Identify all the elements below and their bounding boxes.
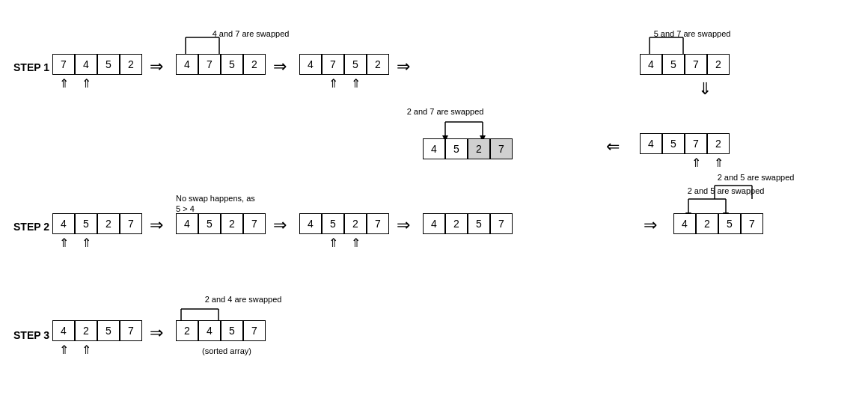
cell: 7	[741, 213, 763, 234]
array-row1-a: 7 4 5 2	[52, 54, 142, 75]
cell: 7	[367, 213, 389, 234]
cell: 2	[445, 213, 468, 234]
cell: 2	[707, 133, 730, 154]
array-row1-c: 4 7 5 2	[299, 54, 389, 75]
cell: 2	[120, 54, 142, 75]
arrow-right-3: ⇒	[397, 58, 410, 75]
up-arrow: ⇑	[685, 156, 707, 170]
cell: 7	[685, 54, 707, 75]
annotation-no-swap: No swap happens, as5 > 4	[176, 193, 273, 215]
cell: 4	[673, 213, 696, 234]
up-arrow: ⇑	[344, 236, 367, 250]
cell: 5	[97, 54, 120, 75]
cell: 4	[423, 138, 445, 159]
cell: 7	[52, 54, 75, 75]
cell: 5	[445, 138, 468, 159]
cell: 2	[75, 320, 97, 341]
down-arrow-1: ⇓	[698, 79, 712, 99]
array-step2-last: 4 2 5 7	[673, 213, 763, 234]
cell: 7	[490, 213, 513, 234]
array-row1-d: 4 5 7 2	[640, 54, 730, 75]
up-arrows-row1-a: ⇑ ⇑ ⇑ ⇑	[52, 76, 142, 91]
cell: 5	[221, 320, 243, 341]
cell: 2	[367, 54, 389, 75]
cell: 4	[176, 213, 198, 234]
cell: 2	[344, 213, 367, 234]
up-arrow: ⇑	[75, 343, 97, 357]
cell: 5	[662, 133, 685, 154]
arrow-right-6: ⇒	[397, 217, 410, 233]
cell: 7	[243, 213, 266, 234]
cell: 2	[696, 213, 718, 234]
up-arrow: ⇑	[52, 343, 75, 357]
up-arrow: ⇑	[322, 236, 344, 250]
cell: 7	[322, 54, 344, 75]
up-arrow: ⇑	[52, 76, 75, 91]
up-arrows-row3-c: ⇑ ⇑ ⇑ ⇑	[299, 236, 389, 250]
bracket-2-7	[441, 116, 490, 137]
cell: 7	[685, 133, 707, 154]
arrow-right-8: ⇒	[150, 325, 163, 341]
up-arrows-row2-a: ⇑ ⇑ ⇑ ⇑	[640, 156, 730, 170]
cell: 4	[423, 213, 445, 234]
cell: 7	[120, 213, 142, 234]
array-row4-a: 4 2 5 7	[52, 320, 142, 341]
step2-label: STEP 2	[13, 221, 49, 233]
up-arrow: ⇑	[75, 236, 97, 250]
arrow-right-4: ⇒	[150, 217, 163, 233]
cell: 4	[198, 320, 221, 341]
step1-label: STEP 1	[13, 61, 49, 73]
arrow-right-2: ⇒	[273, 58, 287, 75]
array-row1-b: 4 7 5 2	[176, 54, 266, 75]
cell: 4	[299, 213, 322, 234]
up-arrow: ⇑	[322, 76, 344, 91]
cell: 5	[662, 54, 685, 75]
cell: 7	[120, 320, 142, 341]
array-row2-b: 4 5 2 7	[423, 138, 513, 159]
up-arrows-row3-a: ⇑ ⇑ ⇑ ⇑	[52, 236, 142, 250]
cell: 4	[52, 320, 75, 341]
cell: 5	[97, 320, 120, 341]
cell-highlighted: 2	[468, 138, 490, 159]
array-row3-d: 4 2 5 7	[423, 213, 513, 234]
array-row3-c: 4 5 2 7	[299, 213, 389, 234]
cell: 4	[299, 54, 322, 75]
cell: 4	[52, 213, 75, 234]
bracket-5-7	[642, 31, 691, 55]
cell: 4	[640, 54, 662, 75]
bracket-4-7	[178, 31, 227, 55]
cell: 5	[718, 213, 741, 234]
array-row3-b: 4 5 2 7	[176, 213, 266, 234]
cell: 5	[344, 54, 367, 75]
step3-label: STEP 3	[13, 329, 49, 341]
cell: 7	[243, 320, 266, 341]
cell-highlighted: 7	[490, 138, 513, 159]
cell: 5	[198, 213, 221, 234]
up-arrows-row1-c: ⇑ ⇑ ⇑ ⇑	[299, 76, 389, 91]
arrow-right-5: ⇒	[273, 217, 287, 233]
up-arrow: ⇑	[52, 236, 75, 250]
annotation-sorted: (sorted array)	[182, 346, 272, 356]
arrow-right-1: ⇒	[150, 58, 163, 75]
cell: 5	[75, 213, 97, 234]
cell: 5	[322, 213, 344, 234]
up-arrow: ⇑	[344, 76, 367, 91]
cell: 2	[176, 320, 198, 341]
up-arrow: ⇑	[707, 156, 730, 170]
cell: 4	[640, 133, 662, 154]
array-row2-a: 4 5 7 2	[640, 133, 730, 154]
diagram: STEP 1 7 4 5 2 ⇑ ⇑ ⇑ ⇑ ⇒ 4 and 7 are swa…	[0, 0, 868, 410]
cell: 2	[707, 54, 730, 75]
bracket-2-5-step2	[685, 193, 731, 214]
cell: 4	[176, 54, 198, 75]
arrow-left-1: ⇐	[606, 137, 620, 156]
cell: 2	[243, 54, 266, 75]
cell: 2	[221, 213, 243, 234]
up-arrow: ⇑	[75, 76, 97, 91]
up-arrows-row4-a: ⇑ ⇑ ⇑ ⇑	[52, 343, 142, 357]
cell: 4	[75, 54, 97, 75]
cell: 5	[468, 213, 490, 234]
array-row3-a: 4 5 2 7	[52, 213, 142, 234]
cell: 2	[97, 213, 120, 234]
arrow-right-7: ⇒	[644, 217, 657, 233]
